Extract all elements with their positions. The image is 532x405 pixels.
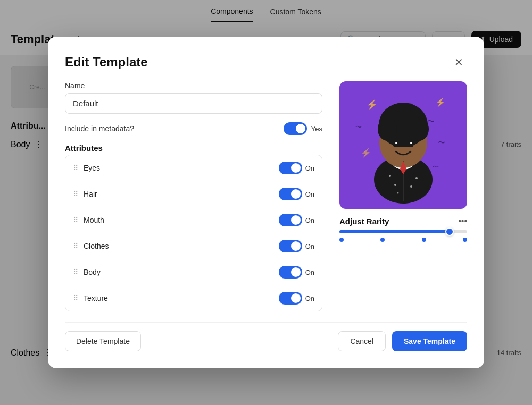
svg-point-12: [410, 117, 429, 141]
clothes-toggle-label: On: [305, 242, 314, 250]
mouth-toggle-group[interactable]: On: [279, 214, 314, 226]
svg-point-23: [397, 192, 399, 194]
attribute-row-mouth: ⠿ Mouth On: [65, 207, 322, 233]
name-field-group: Name: [65, 81, 322, 114]
modal-title: Edit Template: [65, 55, 148, 70]
svg-point-15: [395, 142, 397, 144]
eyes-toggle[interactable]: [279, 162, 302, 174]
attribute-row-texture: ⠿ Texture On: [65, 285, 322, 311]
clothes-toggle-group[interactable]: On: [279, 240, 314, 252]
attributes-title: Attributes: [65, 144, 322, 153]
rarity-dot-2: [380, 238, 385, 242]
attribute-name-body: Body: [84, 268, 279, 276]
texture-toggle-label: On: [305, 294, 314, 302]
modal-header: Edit Template ✕: [65, 54, 467, 71]
rarity-more-icon[interactable]: •••: [458, 216, 467, 226]
attribute-row-clothes: ⠿ Clothes On: [65, 233, 322, 259]
svg-point-22: [410, 185, 412, 188]
hair-toggle[interactable]: [279, 188, 302, 200]
attribute-row-body: ⠿ Body On: [65, 259, 322, 285]
texture-toggle-group[interactable]: On: [279, 292, 314, 305]
save-template-button[interactable]: Save Template: [392, 331, 467, 351]
svg-text:⚡: ⚡: [435, 97, 446, 107]
attributes-list: ⠿ Eyes On ⠿ Hair On: [65, 155, 322, 311]
attribute-name-texture: Texture: [84, 294, 279, 302]
close-modal-button[interactable]: ✕: [450, 54, 467, 71]
texture-toggle[interactable]: [279, 292, 302, 305]
footer-right-buttons: Cancel Save Template: [338, 331, 467, 351]
rarity-dot-1: [339, 238, 344, 242]
svg-text:〜: 〜: [433, 163, 439, 171]
cancel-button[interactable]: Cancel: [338, 331, 386, 351]
eyes-toggle-label: On: [305, 164, 314, 172]
metadata-toggle-label: Yes: [311, 125, 322, 133]
modal-body: Name Include in metadata? Yes Attributes: [65, 81, 467, 311]
body-toggle-group[interactable]: On: [279, 266, 314, 279]
svg-point-13: [393, 141, 399, 147]
attribute-name-hair: Hair: [84, 190, 279, 198]
character-svg: ⚡ ⚡ 〜 〜 〜 ⚡ 〜: [345, 87, 462, 204]
rarity-dot-4: [463, 238, 467, 242]
rarity-header: Adjust Rarity •••: [339, 216, 467, 226]
rarity-slider-fill: [339, 230, 448, 233]
metadata-row: Include in metadata? Yes: [65, 122, 322, 135]
hair-toggle-label: On: [305, 190, 314, 198]
svg-text:⚡: ⚡: [366, 99, 378, 111]
close-icon: ✕: [454, 56, 463, 69]
metadata-toggle[interactable]: [284, 122, 307, 135]
rarity-dot-3: [422, 238, 426, 242]
eyes-toggle-group[interactable]: On: [279, 162, 314, 174]
svg-text:〜: 〜: [427, 117, 435, 125]
rarity-section: Adjust Rarity •••: [339, 216, 467, 242]
modal-footer: Delete Template Cancel Save Template: [65, 322, 467, 351]
hair-toggle-group[interactable]: On: [279, 188, 314, 200]
modal-right-column: ⚡ ⚡ 〜 〜 〜 ⚡ 〜: [339, 81, 467, 311]
drag-handle-clothes[interactable]: ⠿: [73, 242, 78, 250]
rarity-slider-thumb[interactable]: [445, 227, 454, 236]
clothes-toggle[interactable]: [279, 240, 302, 252]
drag-handle-texture[interactable]: ⠿: [73, 294, 78, 302]
rarity-title: Adjust Rarity: [339, 217, 389, 226]
svg-point-11: [378, 117, 397, 141]
modal-left-column: Name Include in metadata? Yes Attributes: [65, 81, 322, 311]
svg-point-16: [410, 142, 412, 144]
drag-handle-mouth[interactable]: ⠿: [73, 216, 78, 224]
attribute-name-eyes: Eyes: [84, 164, 279, 172]
attribute-name-clothes: Clothes: [84, 242, 279, 250]
drag-handle-hair[interactable]: ⠿: [73, 190, 78, 198]
svg-point-21: [394, 184, 396, 186]
svg-text:⚡: ⚡: [361, 148, 371, 158]
drag-handle-eyes[interactable]: ⠿: [73, 164, 78, 172]
attribute-row-eyes: ⠿ Eyes On: [65, 155, 322, 181]
delete-template-button[interactable]: Delete Template: [65, 331, 141, 351]
metadata-toggle-group[interactable]: Yes: [284, 122, 322, 135]
svg-point-19: [389, 175, 391, 177]
attributes-section: Attributes ⠿ Eyes On ⠿: [65, 144, 322, 311]
drag-handle-body[interactable]: ⠿: [73, 268, 78, 276]
body-toggle[interactable]: [279, 266, 302, 279]
name-input[interactable]: [65, 93, 322, 114]
metadata-label: Include in metadata?: [65, 124, 134, 133]
svg-point-14: [408, 141, 414, 147]
svg-text:〜: 〜: [355, 123, 362, 131]
name-field-label: Name: [65, 81, 322, 90]
modal-overlay: Edit Template ✕ Name Include in metadata…: [0, 0, 532, 405]
attribute-name-mouth: Mouth: [84, 216, 279, 224]
body-toggle-label: On: [305, 268, 314, 276]
character-preview: ⚡ ⚡ 〜 〜 〜 ⚡ 〜: [339, 81, 467, 209]
svg-point-20: [415, 177, 418, 179]
mouth-toggle-label: On: [305, 216, 314, 224]
svg-text:〜: 〜: [438, 138, 445, 147]
rarity-slider-track[interactable]: [339, 230, 467, 233]
edit-template-modal: Edit Template ✕ Name Include in metadata…: [48, 37, 484, 368]
mouth-toggle[interactable]: [279, 214, 302, 226]
attribute-row-hair: ⠿ Hair On: [65, 181, 322, 207]
rarity-dots: [339, 238, 467, 242]
